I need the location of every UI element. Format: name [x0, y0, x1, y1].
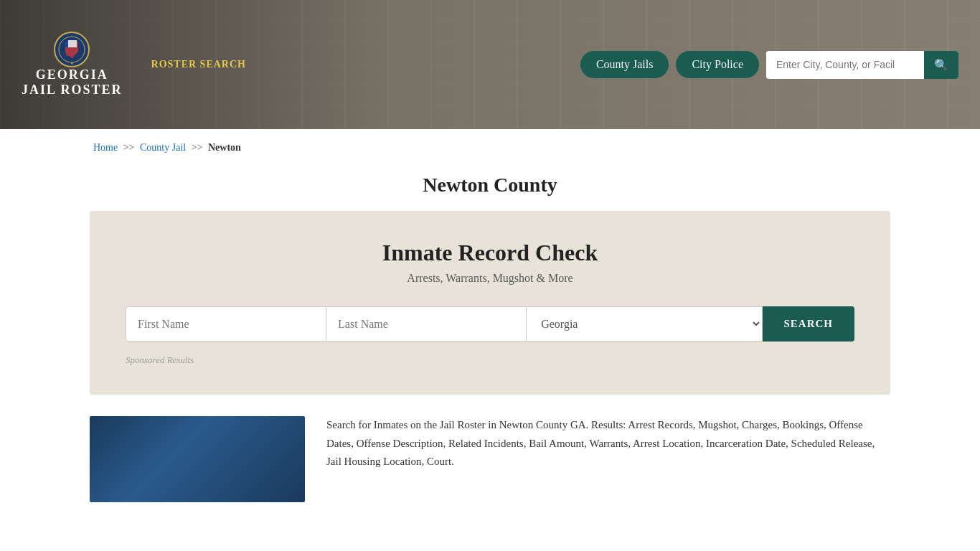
county-thumbnail-image — [90, 416, 305, 502]
breadcrumb-current: Newton — [208, 142, 241, 153]
inmate-search-form: Georgia Alabama Florida Tennessee SEARCH — [126, 306, 854, 342]
header-search-button[interactable]: 🔍 — [924, 51, 958, 79]
sponsored-results-label: Sponsored Results — [126, 354, 854, 366]
city-police-button[interactable]: City Police — [676, 51, 759, 78]
last-name-input[interactable] — [326, 306, 527, 342]
county-jails-button[interactable]: County Jails — [580, 51, 669, 78]
roster-search-nav[interactable]: ROSTER SEARCH — [151, 59, 246, 70]
first-name-input[interactable] — [126, 306, 326, 342]
site-logo[interactable]: ★ GEORGIA JAIL ROSTER — [22, 32, 123, 98]
inmate-search-button[interactable]: SEARCH — [763, 306, 855, 342]
inmate-check-section: Inmate Record Check Arrests, Warrants, M… — [90, 211, 890, 395]
breadcrumb-home[interactable]: Home — [93, 142, 118, 153]
georgia-seal-icon: ★ — [54, 32, 90, 67]
page-title: Newton County — [0, 174, 980, 197]
state-select[interactable]: Georgia Alabama Florida Tennessee — [527, 306, 762, 342]
breadcrumb-sep1: >> — [123, 142, 135, 153]
breadcrumb-sep2: >> — [192, 142, 203, 153]
header-search-box: 🔍 — [766, 51, 958, 79]
breadcrumb: Home >> County Jail >> Newton — [0, 129, 980, 166]
header-search-input[interactable] — [766, 52, 924, 77]
search-icon: 🔍 — [934, 59, 948, 71]
logo-text-line1: GEORGIA — [36, 67, 108, 83]
bottom-section: Search for Inmates on the Jail Roster in… — [0, 395, 980, 531]
inmate-check-title: Inmate Record Check — [126, 240, 854, 266]
inmate-check-subtitle: Arrests, Warrants, Mugshot & More — [126, 272, 854, 285]
county-description: Search for Inmates on the Jail Roster in… — [326, 416, 890, 471]
logo-text-line2: JAIL ROSTER — [22, 83, 123, 98]
breadcrumb-county-jail[interactable]: County Jail — [140, 142, 186, 153]
site-header: ★ GEORGIA JAIL ROSTER ROSTER SEARCH Coun… — [0, 0, 980, 129]
